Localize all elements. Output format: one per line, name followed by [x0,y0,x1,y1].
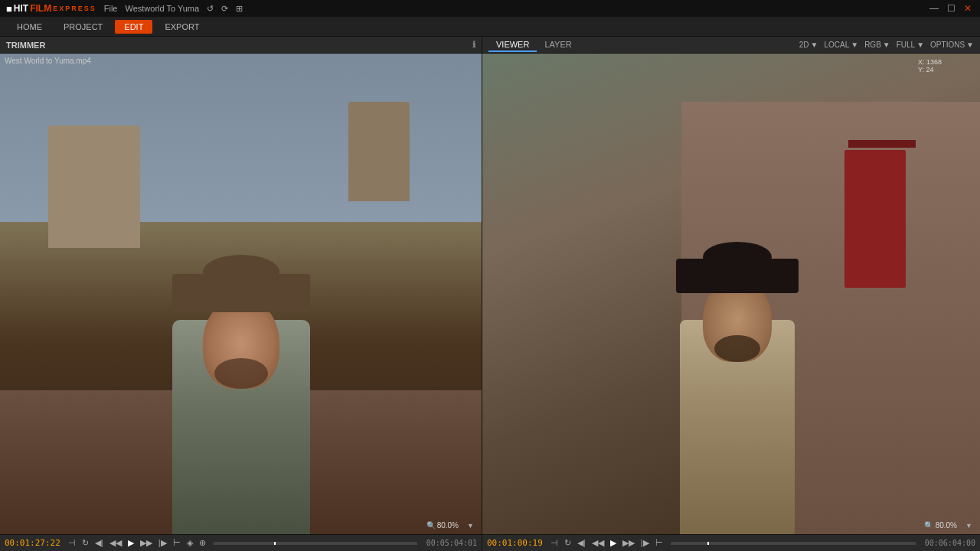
viewer-options: 2D ▼ LOCAL ▼ RGB ▼ FULL ▼ OPTIONS ▼ [799,41,974,49]
close-button[interactable]: ✕ [962,3,974,14]
viewer-playhead [707,542,709,545]
trimmer-panel: TRIMMER ℹ West World to Yuma.mp4 [0,37,482,551]
trim-mark-button[interactable]: ◈ [185,538,194,548]
viewer-end-time: 00:06:04:00 [925,539,975,547]
trim-prev-frame[interactable]: ◀| [93,538,105,548]
size-selector[interactable]: FULL ▼ [897,41,924,49]
trimmer-progress-bar[interactable] [214,542,417,545]
nav-project[interactable]: PROJECT [54,20,112,34]
menu-file[interactable]: File [104,4,118,13]
trim-out-button[interactable]: ⊢ [172,538,182,548]
viewer-video-area: X: 1368 Y: 24 🔍 80.0% ▼ [482,54,980,534]
logo-express: EXPRESS [53,5,96,12]
viewer-next-btn[interactable]: ▶▶ [621,538,636,548]
trimmer-controls-bar: 00:01:27:22 ⊣ ↻ ◀| ◀◀ ▶ ▶▶ |▶ ⊢ ◈ ⊕ 00:0… [0,534,482,551]
viewer-zoom-value: 80.0% [936,521,957,530]
app-logo: ■ HITFILM EXPRESS [6,3,96,15]
coord-y: Y: 24 [918,66,942,73]
main-area: TRIMMER ℹ West World to Yuma.mp4 [0,37,980,551]
menu-redo[interactable]: ⟳ [221,4,228,14]
nav-export[interactable]: EXPORT [155,20,208,34]
coord-x: X: 1368 [918,58,942,66]
trim-loop-button[interactable]: ↻ [80,538,90,548]
zoom-dropdown[interactable]: ▼ [467,522,474,530]
trimmer-header: TRIMMER ℹ [0,37,482,54]
tab-viewer[interactable]: VIEWER [488,38,537,52]
trim-play-button[interactable]: ▶ [126,538,136,548]
options-label: OPTIONS [930,41,965,49]
trimmer-timecode: 00:01:27:22 [5,538,60,548]
size-label: FULL [897,41,915,49]
trimmer-playhead [274,542,276,545]
view-mode-label: 2D [799,41,809,49]
trimmer-video-area: West World to Yuma.mp4 [0,54,482,534]
viewer-zoom-display: 🔍 80.0% [924,521,957,530]
view-mode-selector[interactable]: 2D ▼ [799,41,818,49]
viewer-video-frame: X: 1368 Y: 24 🔍 80.0% ▼ [482,54,980,534]
trimmer-end-time: 00:05:04:01 [426,539,477,547]
titlebar: ■ HITFILM EXPRESS File Westworld To Yuma… [0,0,980,17]
viewer-controls-bar: 00:01:00:19 ⊣ ↻ ◀| ◀◀ ▶ ▶▶ |▶ ⊢ 00:06:04… [482,534,980,551]
trim-next-frame[interactable]: |▶ [157,538,168,548]
logo-film: FILM [30,3,51,14]
local-mode-selector[interactable]: LOCAL ▼ [824,41,858,49]
viewer-play-btn[interactable]: ▶ [609,538,618,548]
viewer-zoom-icon: 🔍 [924,521,933,530]
menu-undo[interactable]: ↺ [207,4,214,14]
viewer-panel: VIEWER LAYER 2D ▼ LOCAL ▼ RGB ▼ FULL ▼ O… [482,37,980,551]
trimmer-zoom-value: 80.0% [437,521,459,530]
viewer-coords: X: 1368 Y: 24 [918,58,942,73]
tab-layer[interactable]: LAYER [537,38,579,52]
trim-in-button[interactable]: ⊣ [67,538,77,548]
trim-insert-button[interactable]: ⊕ [198,538,207,548]
channel-label: RGB [864,41,881,49]
viewer-zoom-dropdown[interactable]: ▼ [965,522,972,530]
menu-grid[interactable]: ⊞ [236,4,243,14]
viewer-in-btn[interactable]: ⊣ [549,538,560,548]
window-controls: — ☐ ✕ [928,3,974,14]
title-project-name: Westworld To Yuma [125,4,199,13]
viewer-timecode: 00:01:00:19 [487,538,543,548]
viewer-next-frame[interactable]: |▶ [639,538,651,548]
viewer-prev-frame[interactable]: ◀| [576,538,587,548]
zoom-icon: 🔍 [426,521,436,530]
viewer-loop-btn[interactable]: ↻ [563,538,573,548]
local-mode-label: LOCAL [824,41,849,49]
channel-selector[interactable]: RGB ▼ [864,41,890,49]
viewer-progress-bar[interactable] [671,542,916,545]
maximize-button[interactable]: ☐ [945,3,957,14]
navbar: HOME PROJECT EDIT EXPORT [0,17,980,37]
viewer-out-btn[interactable]: ⊢ [654,538,665,548]
trimmer-info-button[interactable]: ℹ [472,40,475,50]
nav-edit[interactable]: EDIT [115,20,152,34]
trimmer-filename: West World to Yuma.mp4 [5,57,91,65]
viewer-prev-btn[interactable]: ◀◀ [590,538,606,548]
trim-next-button[interactable]: ▶▶ [139,538,154,548]
nav-home[interactable]: HOME [8,20,51,34]
trimmer-title: TRIMMER [6,41,45,50]
trimmer-zoom-display: 🔍 80.0% [426,521,459,530]
trimmer-video-frame: 🔍 80.0% ▼ [0,54,482,534]
minimize-button[interactable]: — [928,3,940,14]
logo-hit: HIT [14,3,28,14]
viewer-header: VIEWER LAYER 2D ▼ LOCAL ▼ RGB ▼ FULL ▼ O… [482,37,980,54]
trim-prev-button[interactable]: ◀◀ [108,538,123,548]
options-button[interactable]: OPTIONS ▼ [930,41,974,49]
